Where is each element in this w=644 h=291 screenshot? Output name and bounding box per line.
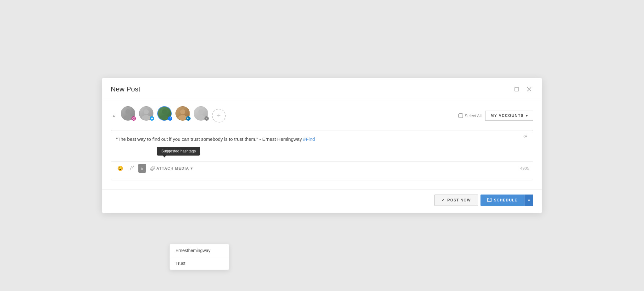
modal-footer: ✓ POST NOW SCHEDULE ▾ (102, 189, 542, 213)
post-now-button[interactable]: ✓ POST NOW (434, 195, 478, 206)
social-icon-facebook-3: f (168, 116, 172, 121)
svg-point-15 (197, 115, 205, 120)
attach-media-arrow-icon: ▾ (191, 166, 193, 171)
svg-point-8 (144, 109, 149, 114)
emoji-icon: 😊 (117, 166, 123, 171)
calendar-icon (487, 198, 491, 203)
svg-point-6 (133, 118, 134, 119)
hashtag-button-wrap: # (138, 164, 146, 173)
my-accounts-button[interactable]: MY ACCOUNTS ▾ (485, 111, 533, 121)
my-accounts-arrow-icon: ▾ (526, 113, 528, 118)
svg-point-10 (162, 109, 167, 114)
modal-header: New Post (102, 78, 542, 99)
social-icon-other-5: ≡ (204, 116, 209, 121)
scroll-left-button[interactable]: ▲ (111, 112, 117, 119)
post-hashtag-link[interactable]: #Find (303, 136, 315, 142)
post-now-label: POST NOW (447, 198, 471, 202)
svg-point-14 (198, 109, 203, 114)
add-account-button[interactable]: + (212, 109, 226, 123)
accounts-row: ▲ (111, 106, 533, 125)
attach-media-button[interactable]: ATTACH MEDIA ▾ (147, 164, 196, 173)
magic-icon (130, 165, 135, 171)
accounts-right: Select All MY ACCOUNTS ▾ (458, 111, 533, 121)
schedule-dropdown-button[interactable]: ▾ (525, 195, 533, 206)
account-avatar-2[interactable] (139, 106, 153, 125)
paperclip-icon (150, 166, 155, 171)
schedule-button-group: SCHEDULE ▾ (480, 195, 533, 206)
svg-point-9 (142, 115, 151, 120)
post-area: 👁 "The best way to find out if you can t… (111, 130, 533, 180)
suggested-hashtags-tooltip: Suggested hashtags (157, 147, 200, 156)
account-avatar-1[interactable] (121, 106, 135, 125)
select-all-checkbox[interactable] (458, 113, 463, 118)
svg-point-13 (178, 115, 187, 120)
accounts-left: ▲ (111, 106, 227, 125)
social-icon-twitter-2 (150, 116, 154, 121)
post-toolbar: 😊 # ATTACH MEDIA (111, 161, 533, 175)
schedule-label: SCHEDULE (494, 198, 518, 202)
account-avatar-4[interactable]: in (175, 106, 190, 125)
schedule-button[interactable]: SCHEDULE (480, 195, 525, 206)
social-icon-linkedin-4: in (186, 116, 191, 121)
eye-icon[interactable]: 👁 (524, 134, 529, 140)
svg-point-4 (124, 115, 132, 120)
account-avatar-3[interactable]: f (157, 106, 172, 125)
svg-point-3 (125, 109, 130, 114)
select-all-text: Select All (465, 113, 481, 118)
magic-button[interactable] (127, 163, 137, 173)
svg-rect-0 (515, 87, 519, 91)
svg-point-7 (134, 118, 134, 118)
svg-point-11 (160, 115, 169, 120)
tooltip-text: Suggested hashtags (161, 149, 196, 153)
hashtag-icon: # (141, 166, 143, 171)
modal-title: New Post (111, 85, 140, 93)
hashtag-item-label-1: Trust (175, 261, 185, 266)
char-count: 4905 (520, 166, 529, 171)
attach-media-label: ATTACH MEDIA (156, 166, 189, 171)
modal-body: ▲ (102, 99, 542, 189)
hashtag-item-label-0: Ernesthemingway (175, 248, 210, 253)
emoji-button[interactable]: 😊 (115, 164, 126, 173)
post-text-before: "The best way to find out if you can tru… (116, 136, 303, 142)
my-accounts-label: MY ACCOUNTS (491, 113, 524, 118)
new-post-modal: New Post ▲ (102, 78, 542, 213)
hashtag-item-1[interactable]: Trust (170, 257, 229, 270)
social-icon-instagram-1 (131, 116, 136, 121)
modal-header-actions (513, 86, 533, 92)
hashtag-dropdown: Ernesthemingway Trust (169, 244, 229, 270)
svg-point-12 (180, 109, 185, 114)
minimize-button[interactable] (513, 86, 521, 92)
close-button[interactable] (525, 86, 533, 92)
post-now-check-icon: ✓ (441, 198, 445, 202)
svg-rect-17 (488, 198, 491, 202)
toolbar-left: 😊 # ATTACH MEDIA (115, 163, 196, 173)
svg-point-16 (133, 166, 134, 166)
hashtag-item-0[interactable]: Ernesthemingway (170, 244, 229, 257)
hashtag-button[interactable]: # (138, 164, 146, 173)
schedule-arrow-icon: ▾ (528, 198, 530, 203)
select-all-label[interactable]: Select All (458, 113, 481, 118)
account-avatar-5[interactable]: ≡ (194, 106, 208, 125)
